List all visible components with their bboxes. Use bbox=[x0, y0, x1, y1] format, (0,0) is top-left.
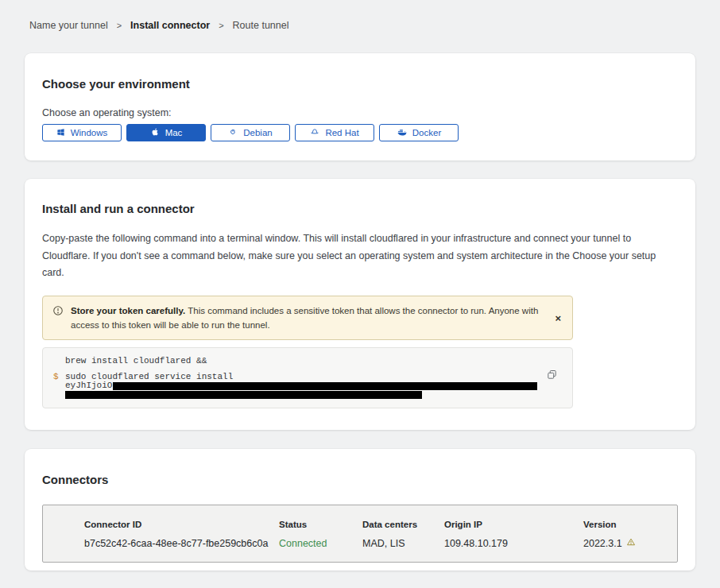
redacted-token-bar-2 bbox=[65, 391, 422, 399]
column-header-data-centers: Data centers bbox=[362, 520, 444, 529]
connectors-card-title: Connectors bbox=[42, 473, 678, 486]
apple-icon bbox=[150, 127, 160, 138]
code-line-1: brew install cloudflared && bbox=[65, 357, 207, 366]
breadcrumb-separator: > bbox=[219, 21, 223, 30]
breadcrumb: Name your tunnel > Install connector > R… bbox=[0, 0, 720, 31]
os-button-label: Red Hat bbox=[325, 128, 358, 137]
connectors-table: Connector ID Status Data centers Origin … bbox=[42, 505, 678, 563]
warning-text: Store your token carefully. This command… bbox=[71, 304, 540, 333]
os-select-label: Choose an operating system: bbox=[42, 107, 678, 118]
warning-circle-icon bbox=[52, 305, 64, 333]
connector-id-value: b7c52c42-6caa-48ee-8c77-fbe259cb6c0a bbox=[84, 538, 279, 549]
breadcrumb-route-tunnel[interactable]: Route tunnel bbox=[233, 20, 289, 31]
install-command-code-block: brew install cloudflared && $ sudo cloud… bbox=[42, 347, 573, 408]
os-button-label: Windows bbox=[71, 128, 108, 137]
windows-icon bbox=[56, 128, 65, 138]
os-button-group: Windows Mac Debian Red Hat Docker bbox=[42, 124, 678, 141]
install-card-title: Install and run a connector bbox=[42, 202, 678, 215]
install-card-description: Copy-paste the following command into a … bbox=[42, 230, 678, 282]
os-button-redhat[interactable]: Red Hat bbox=[295, 124, 374, 141]
environment-card-title: Choose your environment bbox=[42, 77, 678, 91]
data-centers-value: MAD, LIS bbox=[362, 538, 444, 549]
token-prefix: eyJhIjoiO bbox=[65, 381, 112, 390]
copy-icon[interactable] bbox=[545, 369, 558, 381]
os-button-docker[interactable]: Docker bbox=[379, 124, 459, 141]
os-button-label: Docker bbox=[412, 128, 441, 137]
os-button-debian[interactable]: Debian bbox=[211, 124, 290, 141]
token-warning-banner: Store your token carefully. This command… bbox=[42, 296, 573, 341]
column-header-version: Version bbox=[583, 520, 669, 529]
column-header-connector-id: Connector ID bbox=[84, 520, 279, 529]
shell-prompt: $ bbox=[53, 373, 65, 381]
connectors-card: Connectors Connector ID Status Data cent… bbox=[25, 449, 695, 571]
redhat-icon bbox=[310, 127, 319, 138]
warning-text-bold: Store your token carefully. bbox=[71, 306, 185, 315]
status-badge: Connected bbox=[279, 538, 362, 549]
docker-icon bbox=[397, 127, 407, 139]
breadcrumb-install-connector[interactable]: Install connector bbox=[130, 20, 210, 31]
column-header-origin-ip: Origin IP bbox=[444, 520, 583, 529]
origin-ip-value: 109.48.10.179 bbox=[444, 538, 583, 549]
os-button-label: Mac bbox=[165, 128, 183, 137]
close-icon[interactable]: × bbox=[553, 311, 563, 324]
version-value-cell: 2022.3.1 bbox=[583, 537, 669, 549]
connectors-table-header: Connector ID Status Data centers Origin … bbox=[84, 520, 669, 529]
install-connector-card: Install and run a connector Copy-paste t… bbox=[25, 179, 695, 430]
choose-environment-card: Choose your environment Choose an operat… bbox=[25, 53, 695, 161]
breadcrumb-name-your-tunnel[interactable]: Name your tunnel bbox=[29, 20, 108, 31]
os-button-windows[interactable]: Windows bbox=[42, 124, 122, 141]
breadcrumb-separator: > bbox=[117, 21, 122, 30]
os-button-mac[interactable]: Mac bbox=[126, 124, 206, 141]
table-row: b7c52c42-6caa-48ee-8c77-fbe259cb6c0a Con… bbox=[84, 537, 669, 549]
column-header-status: Status bbox=[279, 520, 362, 529]
warning-triangle-icon bbox=[626, 537, 636, 549]
os-button-label: Debian bbox=[243, 128, 272, 137]
version-value: 2022.3.1 bbox=[583, 538, 622, 549]
debian-icon bbox=[228, 127, 238, 138]
redacted-token-bar-1 bbox=[113, 382, 537, 390]
